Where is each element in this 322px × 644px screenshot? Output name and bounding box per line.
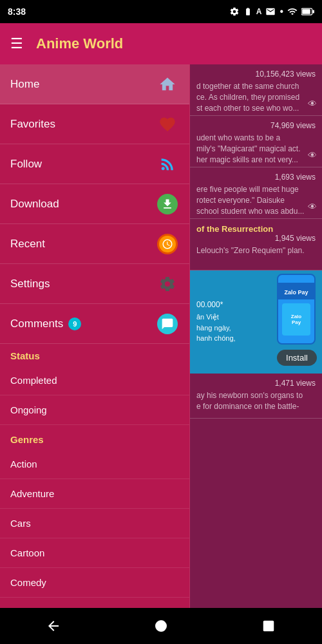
notification-dot: • [279,6,283,17]
content-item-2[interactable]: 74,969 views udent who wants to be amily… [190,116,322,167]
content-item-1[interactable]: 10,156,423 views d together at the same … [190,64,322,116]
genre-adventure[interactable]: Adventure [0,479,189,509]
signal-icon [287,6,298,17]
bottom-nav [0,608,322,644]
svg-rect-1 [302,9,310,14]
status-bar-right: A • [229,6,314,17]
sidebar-item-follow[interactable]: Follow [0,144,189,184]
sidebar-item-comments[interactable]: Comments 9 [0,304,189,344]
heart-icon [156,113,179,136]
recents-button[interactable] [256,613,281,639]
svg-rect-4 [263,621,274,632]
battery-saver-icon [243,7,252,16]
battery-icon [301,7,314,16]
svg-point-3 [155,620,167,632]
app-bar: ☰ Anime World [0,23,322,64]
clock-icon [156,232,179,256]
ad-mid-text: ân Việthàng ngày,hanh chóng, [196,312,236,344]
email-icon [265,6,276,17]
genre-dementia[interactable]: Dementia [0,598,189,608]
home-icon [156,73,179,96]
ad-top-text: 00.000* [196,300,236,309]
right-content: 10,156,423 views d together at the same … [190,64,322,608]
download-icon [156,193,179,216]
font-icon: A [256,7,262,16]
genres-section-header: Genres [0,428,189,450]
back-button[interactable] [41,613,66,639]
chat-icon [156,312,179,336]
status-ongoing[interactable]: Ongoing [0,395,189,425]
sidebar-item-recent[interactable]: Recent [0,224,189,264]
genre-cartoon[interactable]: Cartoon [0,538,189,568]
sidebar-item-settings[interactable]: Settings [0,264,189,304]
content-item-3[interactable]: 1,693 views ere five people will meet hu… [190,167,322,219]
install-button[interactable]: Install [277,350,317,366]
zalo-pay-label: Zalo Pay [284,289,308,296]
gear-icon [156,272,179,296]
hamburger-menu[interactable]: ☰ [10,35,23,52]
main-content: Home Favorites Follow [0,64,322,608]
status-bar: 8:38 A • [0,0,322,23]
svg-rect-2 [313,10,315,14]
genre-comedy[interactable]: Comedy [0,568,189,598]
app-title: Anime World [36,35,123,52]
sidebar-item-download[interactable]: Download [0,184,189,224]
genre-cars[interactable]: Cars [0,509,189,538]
status-bar-left: 8:38 [8,6,26,17]
eye-icon-3: 👁 [308,202,317,212]
content-item-4[interactable]: of the Resurrection 1,945 views Lelouch'… [190,219,322,270]
ad-phone-image: Zalo Pay ZaloPay [277,274,316,345]
comments-badge: 9 [68,317,81,330]
time-display: 8:38 [8,6,26,17]
sidebar: Home Favorites Follow [0,64,190,608]
ad-banner[interactable]: 00.000* ân Việthàng ngày,hanh chóng, Zal… [190,270,322,374]
eye-icon-1: 👁 [308,99,317,109]
content-item-last[interactable]: 1,471 views ay his newborn son's organs … [190,374,322,419]
genre-action[interactable]: Action [0,450,189,479]
status-section-header: Status [0,344,189,366]
home-button[interactable] [148,613,174,639]
eye-icon-2: 👁 [308,150,317,160]
section-title: of the Resurrection [196,224,316,234]
sidebar-item-home[interactable]: Home [0,64,189,104]
status-completed[interactable]: Completed [0,366,189,395]
settings-icon [229,6,240,17]
sidebar-item-favorites[interactable]: Favorites [0,104,189,144]
rss-icon [156,153,179,176]
